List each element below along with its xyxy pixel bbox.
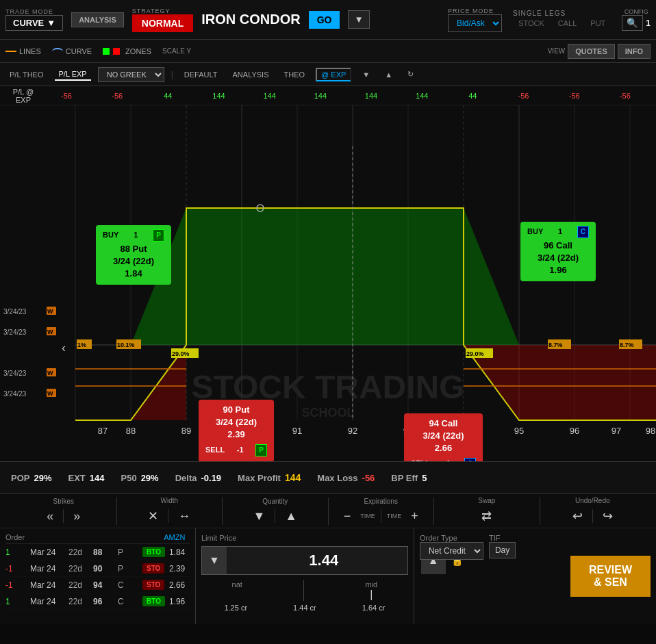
analysis-toolbar-button[interactable]: ANALYSIS	[229, 69, 273, 80]
single-legs-label: SINGLE LEGS	[513, 10, 566, 17]
buy-call-expiry: 3/24 (22d)	[527, 252, 589, 264]
limit-section: Limit Price ▼ ▲ 🔒 nat mid | 1.25 cr 1.44…	[195, 528, 414, 624]
limit-down-button[interactable]: ▼	[202, 547, 227, 574]
pl-cell-0: -56	[41, 92, 92, 100]
table-row: 1 Mar 24 22d 88 P BTO 1.84	[5, 544, 190, 561]
strikes-decrease-button[interactable]: «	[42, 508, 58, 525]
tif-value: Day	[489, 542, 516, 558]
at-exp-button[interactable]: @ EXP	[316, 68, 351, 81]
view-label: VIEW	[548, 47, 566, 55]
sell-put-card: 90 Put 3/24 (22d) 2.39 SELL -1 P	[199, 400, 274, 461]
table-row: -1 Mar 24 22d 90 P STO 2.39	[5, 561, 190, 577]
quantity-increase-button[interactable]: ▲	[281, 508, 301, 525]
nat-mid-divider	[303, 580, 304, 601]
scale-y-item: SCALE Y	[162, 47, 191, 55]
expirations-label: Expirations	[364, 498, 398, 505]
price-mode-label: PRICE MODE	[448, 8, 494, 14]
sell-put-label: SELL	[205, 445, 225, 455]
svg-text:89: 89	[181, 426, 191, 436]
order-price-3: 1.96	[169, 597, 190, 606]
svg-text:W: W	[47, 370, 53, 376]
normal-button[interactable]: NORMAL	[132, 14, 193, 32]
undo-button[interactable]: ↩	[568, 507, 587, 525]
stock-button[interactable]: STOCK	[513, 17, 550, 29]
lines-label: LINES	[19, 47, 41, 55]
quantity-decrease-button[interactable]: ▼	[249, 508, 269, 525]
order-strike-1: 90	[93, 564, 114, 574]
svg-text:‹: ‹	[62, 341, 66, 355]
width-narrow-button[interactable]: ✕	[144, 507, 162, 525]
limit-header: Limit Price	[201, 534, 408, 542]
svg-text:8.7%: 8.7%	[620, 342, 634, 348]
limit-input-row: ▼ ▲ 🔒	[201, 546, 408, 575]
order-table: Order AMZN 1 Mar 24 22d 88 P BTO 1.84 -1…	[0, 528, 195, 624]
order-qty-1: -1	[5, 564, 26, 574]
buy-put-qty: 1	[134, 230, 138, 240]
sell-call-strike: 94 Call	[411, 417, 476, 430]
pl-exp-label: P/L @ EXP	[5, 88, 41, 104]
quotes-button[interactable]: QUOTES	[568, 44, 614, 59]
redo-button[interactable]: ↪	[598, 507, 617, 525]
svg-text:W: W	[47, 390, 53, 397]
pl-cell-1: -56	[92, 92, 142, 100]
order-qty-0: 1	[5, 548, 26, 557]
svg-text:8.7%: 8.7%	[548, 342, 563, 348]
second-toolbar: LINES CURVE ZONES SCALE Y VIEW QUOTES IN…	[0, 40, 656, 63]
pl-exp-button[interactable]: P/L EXP	[55, 68, 91, 81]
svg-text:29.0%: 29.0%	[466, 350, 484, 357]
pl-cell-9: -56	[498, 92, 548, 100]
order-price-1: 2.39	[169, 564, 190, 574]
analysis-button[interactable]: ANALYSIS	[71, 12, 124, 27]
info-button[interactable]: INFO	[618, 44, 651, 59]
sell-call-type-badge: C	[464, 458, 476, 461]
ext-stat: EXT 144	[68, 473, 105, 483]
line-icon	[5, 51, 16, 52]
pl-theo-button[interactable]: P/L THEO	[5, 69, 48, 80]
zones-green-icon	[103, 48, 110, 55]
trade-mode-button[interactable]: CURVE ▼	[5, 15, 63, 31]
svg-text:3/24/23: 3/24/23	[3, 308, 27, 315]
order-type-0: P	[118, 548, 138, 557]
pl-cell-5: 144	[295, 92, 346, 100]
chevron-up-button[interactable]: ▲	[381, 69, 396, 80]
swap-button[interactable]: ⇄	[477, 507, 496, 525]
ext-label: EXT	[68, 473, 86, 483]
svg-text:29.0%: 29.0%	[172, 350, 190, 357]
zones-item: ZONES	[103, 47, 151, 55]
toolbar-divider: |	[171, 70, 173, 79]
undo-redo-group: Undo/Redo ↩ ↪	[540, 497, 646, 525]
strikes-group: Strikes « »	[11, 498, 117, 525]
p50-stat: P50 29%	[121, 473, 159, 483]
no-greek-select[interactable]: NO GREEK	[98, 67, 164, 82]
strikes-increase-button[interactable]: »	[69, 508, 84, 525]
top-toolbar: TRADE MODE CURVE ▼ ANALYSIS STRATEGY NOR…	[0, 0, 656, 40]
go-button[interactable]: GO	[309, 11, 340, 29]
price-mode-group: PRICE MODE Bid/Ask	[448, 8, 502, 32]
expiry-plus-button[interactable]: +	[407, 508, 422, 525]
chevron-down-button[interactable]: ▼	[358, 69, 374, 80]
pl-cell-10: -56	[549, 92, 600, 100]
price-mode-select[interactable]: Bid/Ask	[448, 14, 502, 32]
limit-price-input[interactable]	[227, 552, 421, 569]
buy-put-price: 1.84	[103, 268, 164, 280]
width-wide-button[interactable]: ↔	[174, 508, 194, 525]
search-icon-button[interactable]: 🔍	[622, 15, 643, 31]
default-button[interactable]: DEFAULT	[180, 69, 222, 80]
nat-label: nat	[232, 580, 242, 589]
order-qty-3: 1	[5, 597, 26, 606]
order-type-label: Order Type	[420, 534, 483, 542]
call-button[interactable]: CALL	[553, 17, 583, 29]
order-type-select[interactable]: Net Credit	[420, 542, 483, 560]
put-button[interactable]: PUT	[585, 17, 611, 29]
refresh-button[interactable]: ↻	[403, 68, 418, 80]
delta-label: Delta	[175, 473, 197, 483]
strategy-dropdown-button[interactable]: ▼	[348, 10, 369, 29]
order-type-2: C	[118, 580, 138, 590]
sell-call-card: 94 Call 3/24 (22d) 2.66 SELL -1 C	[404, 413, 483, 461]
delta-value: -0.19	[201, 473, 221, 483]
review-send-button[interactable]: REVIEW & SEN	[570, 556, 651, 597]
expiry-minus-button[interactable]: −	[340, 508, 355, 525]
buy-put-strike: 88 Put	[103, 243, 164, 255]
theo-button[interactable]: THEO	[280, 69, 310, 80]
order-type-3: C	[118, 597, 138, 606]
